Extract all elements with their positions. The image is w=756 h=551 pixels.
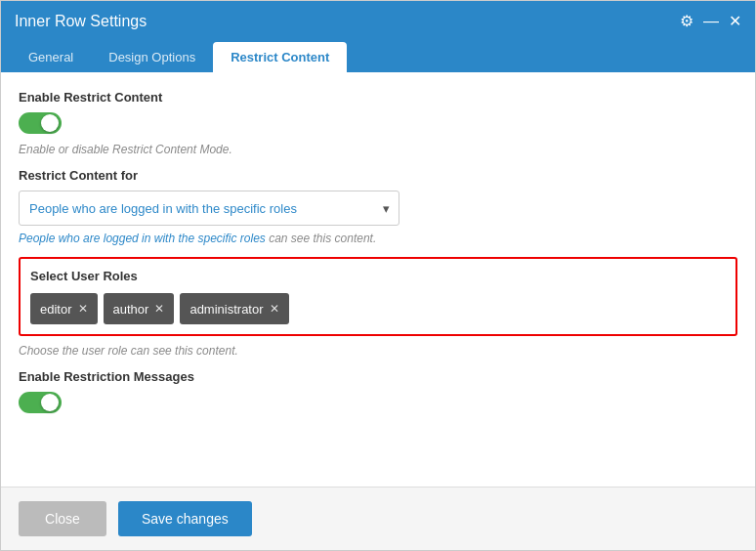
modal-window: Inner Row Settings ⚙ — ✕ General Design … xyxy=(0,0,756,551)
enable-restriction-messages-label: Enable Restriction Messages xyxy=(19,369,737,384)
role-tag-editor-remove[interactable]: ✕ xyxy=(78,302,88,316)
enable-restriction-messages-toggle[interactable] xyxy=(19,392,62,413)
role-tag-administrator: administrator ✕ xyxy=(180,293,288,324)
title-bar: Inner Row Settings ⚙ — ✕ xyxy=(1,1,755,42)
select-user-roles-label: Select User Roles xyxy=(30,269,726,283)
restrict-content-for-helper-bold: People who are logged in with the specif… xyxy=(19,232,266,245)
restrict-content-for-helper: People who are logged in with the specif… xyxy=(19,232,737,245)
enable-restrict-content-label: Enable Restrict Content xyxy=(19,90,737,105)
role-tag-author-label: author xyxy=(113,302,149,317)
select-user-roles-helper: Choose the user role can see this conten… xyxy=(19,344,737,358)
close-button[interactable]: Close xyxy=(19,501,106,536)
restriction-messages-toggle-thumb xyxy=(41,394,59,411)
tab-bar: General Design Options Restrict Content xyxy=(1,42,755,72)
enable-restriction-messages-toggle-wrap xyxy=(19,392,737,416)
modal-footer: Close Save changes xyxy=(1,487,755,550)
restrict-content-for-dropdown-container: People who are logged in with the specif… xyxy=(19,191,399,226)
restrict-content-for-dropdown-wrap: People who are logged in with the specif… xyxy=(19,191,737,226)
restrict-content-for-label: Restrict Content for xyxy=(19,168,737,183)
roles-tags-container: editor ✕ author ✕ administrator ✕ xyxy=(30,293,726,324)
enable-restrict-content-toggle[interactable] xyxy=(19,112,62,134)
restrict-content-for-select[interactable]: People who are logged in with the specif… xyxy=(19,191,399,226)
toggle-thumb xyxy=(41,114,59,132)
restrict-content-for-helper-text: can see this content. xyxy=(266,232,376,245)
role-tag-editor-label: editor xyxy=(40,302,72,317)
enable-restrict-content-toggle-wrap xyxy=(19,112,737,137)
role-tag-author-remove[interactable]: ✕ xyxy=(154,302,164,316)
save-button[interactable]: Save changes xyxy=(118,501,252,536)
close-icon[interactable]: ✕ xyxy=(729,14,741,29)
title-bar-controls: ⚙ — ✕ xyxy=(680,14,741,29)
select-user-roles-box: Select User Roles editor ✕ author ✕ admi… xyxy=(19,257,737,336)
enable-restrict-content-helper: Enable or disable Restrict Content Mode. xyxy=(19,143,737,156)
toggle-track xyxy=(19,112,62,134)
role-tag-administrator-label: administrator xyxy=(189,302,263,317)
restriction-messages-toggle-track xyxy=(19,392,62,413)
minimize-icon[interactable]: — xyxy=(703,14,719,29)
role-tag-editor: editor ✕ xyxy=(30,293,98,324)
tab-design-options[interactable]: Design Options xyxy=(91,42,213,72)
modal-title: Inner Row Settings xyxy=(15,13,147,30)
content-area: Enable Restrict Content Enable or disabl… xyxy=(1,72,755,487)
role-tag-author: author ✕ xyxy=(104,293,175,324)
gear-icon[interactable]: ⚙ xyxy=(680,14,693,29)
tab-general[interactable]: General xyxy=(11,42,91,72)
tab-restrict-content[interactable]: Restrict Content xyxy=(213,42,347,72)
role-tag-administrator-remove[interactable]: ✕ xyxy=(270,302,279,316)
